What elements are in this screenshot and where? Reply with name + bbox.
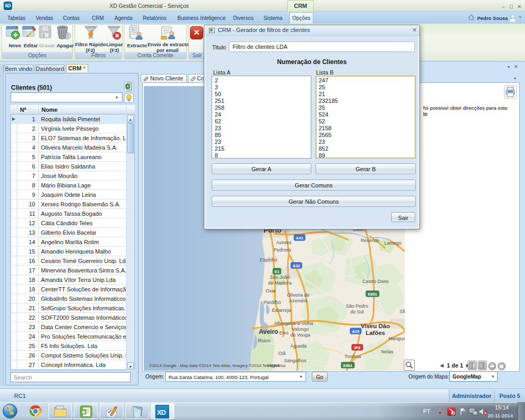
- svg-text:Oiã: Oiã: [278, 351, 286, 356]
- svg-text:Mangua: Mangua: [388, 336, 405, 341]
- svg-text:do Vouga: do Vouga: [290, 332, 310, 338]
- svg-text:Ílhavo: Ílhavo: [258, 338, 270, 343]
- svg-text:Avintes: Avintes: [276, 240, 292, 245]
- svg-text:Nelas: Nelas: [381, 349, 394, 354]
- svg-text:Valongo: Valongo: [292, 327, 309, 332]
- svg-text:Espinho: Espinho: [260, 257, 277, 262]
- svg-text:Tondela: Tondela: [344, 354, 361, 359]
- svg-text:Azeméis: Azeméis: [289, 298, 308, 303]
- svg-text:São João: São João: [270, 275, 290, 280]
- svg-text:A25: A25: [352, 329, 360, 334]
- svg-text:A32: A32: [293, 264, 300, 268]
- svg-text:São Pedro: São Pedro: [346, 303, 369, 309]
- svg-text:©2014 Google - Map data ©2014: ©2014 Google - Map data ©2014 Tele Atlas…: [149, 363, 286, 368]
- svg-text:Lafões: Lafões: [365, 330, 385, 336]
- svg-text:Estarreja: Estarreja: [272, 308, 291, 313]
- svg-text:A41: A41: [296, 236, 303, 240]
- svg-text:Pardilhó: Pardilhó: [264, 300, 281, 305]
- svg-text:Resende: Resende: [361, 238, 380, 243]
- svg-text:Viseu Dão: Viseu Dão: [361, 323, 390, 329]
- svg-text:Lamego: Lamego: [384, 240, 402, 246]
- svg-text:IP3: IP3: [354, 345, 360, 350]
- svg-text:Albergaria-a-Velha: Albergaria-a-Velha: [274, 321, 313, 326]
- svg-text:Ovar: Ovar: [266, 288, 276, 293]
- svg-text:Sã: Sã: [400, 309, 405, 314]
- svg-text:E801: E801: [368, 292, 377, 297]
- svg-text:Castro Daire: Castro Daire: [362, 279, 389, 284]
- svg-text:Pedroso: Pedroso: [274, 247, 291, 253]
- svg-text:da Madeira: da Madeira: [268, 280, 291, 286]
- svg-text:X: X: [127, 85, 129, 88]
- svg-text:▦: ▦: [81, 410, 86, 414]
- svg-text:E801: E801: [343, 363, 353, 368]
- svg-text:Oliveira de: Oliveira de: [287, 292, 309, 298]
- svg-text:Sangalhos: Sangalhos: [284, 358, 307, 363]
- svg-text:Águeda: Águeda: [290, 343, 307, 349]
- svg-text:do Sul: do Sul: [350, 309, 364, 314]
- svg-text:Aveiro: Aveiro: [259, 328, 278, 335]
- svg-text:E1: E1: [275, 269, 279, 274]
- svg-text:Eixo: Eixo: [279, 330, 289, 335]
